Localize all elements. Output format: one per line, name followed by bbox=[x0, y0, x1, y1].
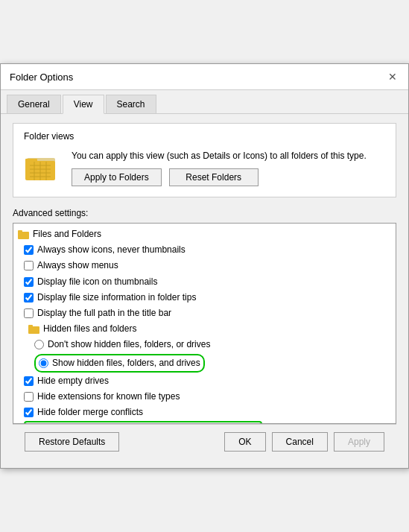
small-folder-icon bbox=[18, 229, 30, 240]
checkbox-show-menus-label: Always show menus bbox=[37, 259, 118, 273]
folder-views-section: Folder views bbox=[13, 123, 396, 197]
checkbox-hide-protected-os-highlighted: Hide protected operating system files (R… bbox=[24, 421, 262, 424]
checkbox-full-path-input[interactable] bbox=[24, 308, 34, 318]
bottom-right-buttons: OK Cancel Apply bbox=[224, 432, 384, 452]
ok-button[interactable]: OK bbox=[224, 432, 265, 452]
checkbox-hide-protected-os-label: Hide protected operating system files (R… bbox=[42, 423, 258, 424]
files-and-folders-folder: Files and Folders bbox=[13, 227, 101, 241]
apply-button[interactable]: Apply bbox=[334, 432, 384, 452]
small-folder-icon-2 bbox=[28, 324, 40, 335]
folder-views-text-area: You can apply this view (such as Details… bbox=[72, 149, 385, 186]
hidden-files-folder: Hidden files and folders bbox=[24, 322, 136, 336]
checkbox-file-icon-thumbnails-label: Display file icon on thumbnails bbox=[37, 275, 157, 289]
tree-node-files-and-folders: Files and Folders bbox=[13, 227, 396, 242]
folder-big-icon bbox=[24, 149, 61, 186]
tree-item-file-icon-thumbnails: Display file icon on thumbnails bbox=[13, 274, 396, 290]
checkbox-show-icons: Always show icons, never thumbnails bbox=[24, 243, 186, 257]
radio-show-hidden-label: Show hidden files, folders, and drives bbox=[52, 356, 200, 370]
advanced-settings-tree[interactable]: Files and Folders Always show icons, nev… bbox=[13, 223, 396, 424]
checkbox-show-icons-label: Always show icons, never thumbnails bbox=[37, 243, 186, 257]
title-bar: Folder Options ✕ bbox=[1, 64, 408, 90]
folder-views-description: You can apply this view (such as Details… bbox=[72, 149, 385, 162]
checkbox-file-size-info-label: Display file size information in folder … bbox=[37, 291, 196, 305]
radio-show-hidden-input[interactable] bbox=[39, 358, 48, 368]
tree-item-show-menus: Always show menus bbox=[13, 258, 396, 273]
svg-rect-13 bbox=[28, 325, 33, 328]
cancel-button[interactable]: Cancel bbox=[272, 432, 328, 452]
radio-dont-show-hidden: Don't show hidden files, folders, or dri… bbox=[34, 338, 210, 352]
window-title: Folder Options bbox=[10, 72, 73, 83]
tree-item-file-size-info: Display file size information in folder … bbox=[13, 290, 396, 305]
apply-to-folders-button[interactable]: Apply to Folders bbox=[72, 168, 162, 186]
checkbox-file-size-info-input[interactable] bbox=[24, 293, 34, 303]
checkbox-show-menus-input[interactable] bbox=[24, 261, 34, 270]
restore-defaults-button[interactable]: Restore Defaults bbox=[25, 432, 119, 452]
advanced-settings-label: Advanced settings: bbox=[13, 208, 396, 218]
tree-item-show-icons: Always show icons, never thumbnails bbox=[13, 242, 396, 258]
tab-general[interactable]: General bbox=[7, 95, 61, 113]
tab-view[interactable]: View bbox=[63, 95, 104, 114]
tree-item-show-hidden: Show hidden files, folders, and drives bbox=[13, 353, 396, 373]
folder-options-window: Folder Options ✕ General View Search Fol… bbox=[0, 63, 409, 469]
tree-item-hide-merge-conflicts: Hide folder merge conflicts bbox=[13, 405, 396, 420]
checkbox-file-icon-thumbnails-input[interactable] bbox=[24, 277, 34, 287]
checkbox-hide-empty-drives-input[interactable] bbox=[24, 376, 34, 386]
tree-item-hide-empty-drives: Hide empty drives bbox=[13, 373, 396, 389]
tree-item-full-path: Display the full path in the title bar bbox=[13, 305, 396, 321]
checkbox-hide-empty-drives-label: Hide empty drives bbox=[37, 374, 109, 388]
checkbox-show-menus: Always show menus bbox=[24, 259, 118, 273]
folder-views-title: Folder views bbox=[24, 131, 385, 142]
tree-item-hide-extensions: Hide extensions for known file types bbox=[13, 389, 396, 405]
checkbox-show-icons-input[interactable] bbox=[24, 245, 34, 255]
svg-rect-2 bbox=[25, 159, 37, 162]
files-and-folders-label: Files and Folders bbox=[33, 227, 101, 241]
checkbox-hide-merge-conflicts-input[interactable] bbox=[24, 408, 34, 417]
folder-views-inner: You can apply this view (such as Details… bbox=[24, 149, 385, 186]
hidden-files-label: Hidden files and folders bbox=[43, 322, 136, 336]
svg-rect-11 bbox=[18, 230, 22, 233]
checkbox-hide-merge-conflicts: Hide folder merge conflicts bbox=[24, 405, 143, 419]
checkbox-file-size-info: Display file size information in folder … bbox=[24, 291, 196, 305]
checkbox-hide-extensions-label: Hide extensions for known file types bbox=[37, 390, 180, 404]
tree-node-hidden-files: Hidden files and folders bbox=[13, 321, 396, 337]
checkbox-hide-extensions: Hide extensions for known file types bbox=[24, 390, 180, 404]
checkbox-full-path: Display the full path in the title bar bbox=[24, 306, 171, 320]
checkbox-hide-merge-conflicts-label: Hide folder merge conflicts bbox=[37, 405, 143, 419]
tab-bar: General View Search bbox=[1, 90, 408, 114]
checkbox-hide-empty-drives: Hide empty drives bbox=[24, 374, 109, 388]
bottom-bar: Restore Defaults OK Cancel Apply bbox=[13, 424, 396, 459]
checkbox-file-icon-thumbnails: Display file icon on thumbnails bbox=[24, 275, 157, 289]
radio-dont-show-hidden-input[interactable] bbox=[34, 340, 44, 349]
tab-content: Folder views bbox=[1, 114, 408, 468]
tab-search[interactable]: Search bbox=[106, 95, 156, 113]
reset-folders-button[interactable]: Reset Folders bbox=[169, 168, 259, 186]
folder-views-buttons: Apply to Folders Reset Folders bbox=[72, 168, 385, 186]
tree-item-hide-protected-os: Hide protected operating system files (R… bbox=[13, 420, 396, 424]
close-button[interactable]: ✕ bbox=[386, 70, 399, 83]
checkbox-full-path-label: Display the full path in the title bar bbox=[37, 306, 171, 320]
radio-show-hidden-highlighted: Show hidden files, folders, and drives bbox=[34, 354, 205, 373]
radio-dont-show-hidden-label: Don't show hidden files, folders, or dri… bbox=[48, 338, 210, 352]
checkbox-hide-extensions-input[interactable] bbox=[24, 392, 34, 402]
tree-item-dont-show-hidden: Don't show hidden files, folders, or dri… bbox=[13, 337, 396, 352]
